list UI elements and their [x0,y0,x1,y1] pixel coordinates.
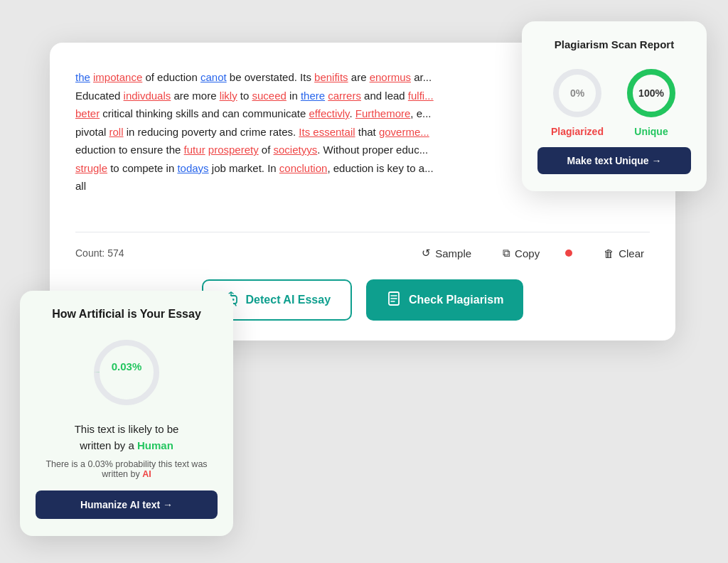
plagiarized-donut: 0% [549,65,606,122]
plagiarized-label: Plagiarized [551,126,604,137]
plagiarism-card-title: Plagiarism Scan Report [537,38,691,50]
sample-button[interactable]: ↺ Sample [416,244,477,262]
word-benifits: benifits [314,71,348,83]
word-furthemore: Furthemore [355,107,411,119]
word-there: there [301,90,325,102]
status-dot [565,250,572,257]
donut-row: 0% Plagiarized 100% Unique [537,65,691,137]
word-the: the [75,71,90,83]
unique-donut: 100% [623,65,680,122]
word-roll: roll [109,126,124,138]
humanize-button[interactable]: Humanize AI text → [36,490,218,519]
plagiarized-donut-wrapper: 0% Plagiarized [549,65,606,137]
ai-description: This text is likely to be written by a H… [36,422,218,454]
ai-donut-wrapper: 0.03% [36,333,218,412]
ai-donut: 0.03% [87,333,166,412]
check-plagiarism-button[interactable]: Check Plagiarism [366,279,523,321]
word-strugle: strugle [75,162,107,174]
word-fulfi: fulfi... [408,90,434,102]
word-todays: todays [177,162,208,174]
make-unique-button[interactable]: Make text Unique → [537,147,691,174]
word-futur: futur [184,144,205,156]
copy-icon: ⧉ [503,247,510,259]
word-beter: beter [75,107,100,119]
word-count: Count: 574 [75,247,396,259]
ai-essay-card: How Artificial is Your Essay 0.03% This … [20,291,233,536]
unique-donut-wrapper: 100% Unique [623,65,680,137]
copy-button[interactable]: ⧉ Copy [497,244,545,262]
word-indivduals: indivduals [124,90,171,102]
word-carrers: carrers [328,90,361,102]
unique-label: Unique [634,126,668,137]
scene: the impotance of eduction canot be overs… [0,0,728,563]
word-enormus: enormus [370,71,411,83]
plagiarized-pct-text: 0% [570,87,585,99]
word-goverme: goverme... [379,126,429,138]
plagiarism-icon [386,291,402,309]
word-likly: likly [220,90,237,102]
word-essentail: Its essentail [299,126,355,138]
unique-pct-text: 100% [638,87,664,99]
word-prosperety: prosperety [208,144,259,156]
plagiarism-scan-card: Plagiarism Scan Report 0% Plagiarized 10… [522,21,707,191]
word-impotance: impotance [93,71,142,83]
word-suceed: suceed [252,90,287,102]
word-canot: canot [200,71,227,83]
svg-point-13 [97,343,156,402]
word-conclution: conclution [279,162,328,174]
clear-button[interactable]: 🗑 Clear [598,245,650,262]
trash-icon: 🗑 [604,247,614,259]
sample-icon: ↺ [422,247,431,259]
toolbar: Count: 574 ↺ Sample ⧉ Copy 🗑 Clear [75,232,650,262]
ai-pct-text: 0.03% [112,360,142,372]
word-societyys: societyys [274,144,318,156]
ai-card-title: How Artificial is Your Essay [36,308,218,321]
ai-probability-text: There is a 0.03% probability this text w… [36,459,218,479]
word-effectivly: effectivly [309,107,350,119]
